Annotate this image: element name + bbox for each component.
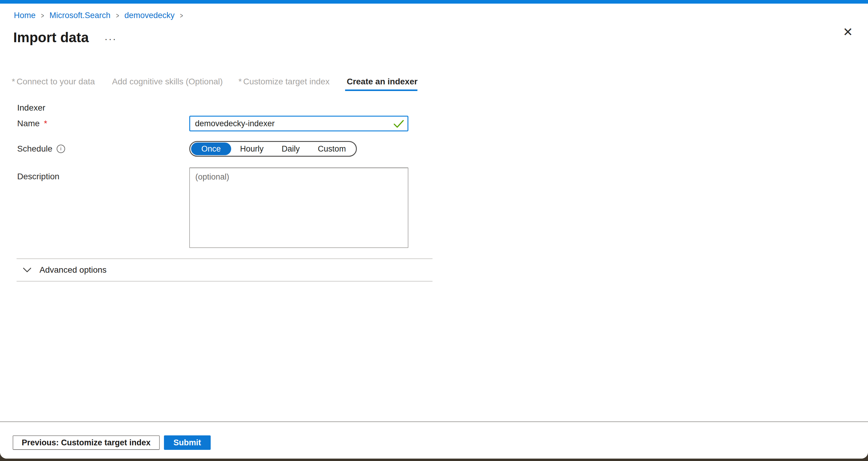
- schedule-option-once[interactable]: Once: [191, 143, 231, 155]
- name-input-wrap: [189, 116, 408, 131]
- breadcrumb-link-demovedecky[interactable]: demovedecky: [124, 11, 175, 20]
- breadcrumb-link-home[interactable]: Home: [14, 11, 36, 20]
- tab-label: Create an indexer: [347, 77, 417, 87]
- required-asterisk: *: [44, 119, 47, 128]
- previous-button[interactable]: Previous: Customize target index: [13, 435, 160, 450]
- submit-button[interactable]: Submit: [164, 435, 211, 450]
- schedule-option-custom[interactable]: Custom: [309, 143, 355, 155]
- footer: Previous: Customize target index Submit: [0, 421, 868, 459]
- import-data-panel: Home > Microsoft.Search > demovedecky > …: [0, 0, 868, 459]
- tab-bar: * Connect to your data Add cognitive ski…: [12, 77, 868, 91]
- tab-connect-to-your-data[interactable]: * Connect to your data: [12, 77, 95, 91]
- advanced-options-section: Advanced options: [17, 258, 433, 282]
- breadcrumb-separator-icon: >: [180, 11, 183, 20]
- close-icon[interactable]: ✕: [843, 26, 853, 38]
- breadcrumb-link-microsoft-search[interactable]: Microsoft.Search: [50, 11, 111, 20]
- screen: Home > Microsoft.Search > demovedecky > …: [0, 0, 868, 461]
- description-label-cell: Description: [17, 172, 189, 181]
- info-icon[interactable]: i: [57, 145, 65, 153]
- title-row: Import data ···: [13, 29, 868, 45]
- valid-check-icon: [393, 120, 404, 129]
- schedule-row: Schedule i Once Hourly Daily Custom: [0, 141, 868, 157]
- description-label: Description: [17, 172, 59, 181]
- tab-customize-target-index[interactable]: * Customize target index: [239, 77, 330, 91]
- advanced-options-label: Advanced options: [39, 265, 107, 275]
- tab-label: Customize target index: [243, 77, 330, 87]
- schedule-label-cell: Schedule i: [17, 144, 189, 154]
- required-star: *: [239, 77, 242, 87]
- schedule-option-daily[interactable]: Daily: [273, 143, 309, 155]
- tab-add-cognitive-skills[interactable]: Add cognitive skills (Optional): [111, 77, 223, 91]
- page-title: Import data: [13, 29, 89, 45]
- breadcrumb-separator-icon: >: [116, 11, 119, 20]
- description-textarea[interactable]: [189, 167, 408, 248]
- breadcrumb-separator-icon: >: [41, 11, 44, 20]
- name-label-cell: Name *: [17, 119, 189, 128]
- section-heading-indexer: Indexer: [17, 103, 868, 113]
- required-star: *: [12, 77, 15, 87]
- footer-buttons: Previous: Customize target index Submit: [13, 435, 868, 450]
- indexer-name-input[interactable]: [189, 116, 408, 131]
- chevron-down-icon: [23, 267, 32, 273]
- divider: [17, 281, 433, 282]
- name-label: Name: [17, 119, 40, 128]
- name-row: Name *: [0, 116, 868, 131]
- tab-create-an-indexer[interactable]: Create an indexer: [345, 77, 417, 91]
- top-accent-bar: [0, 0, 868, 4]
- indexer-form: Indexer Name * Schedule: [0, 103, 868, 248]
- more-menu-icon[interactable]: ···: [104, 31, 117, 44]
- tab-label: Connect to your data: [17, 77, 95, 87]
- breadcrumb: Home > Microsoft.Search > demovedecky >: [14, 11, 868, 20]
- schedule-label: Schedule: [17, 144, 53, 154]
- schedule-toggle-group: Once Hourly Daily Custom: [189, 141, 357, 157]
- description-row: Description: [0, 167, 868, 248]
- tab-label: Add cognitive skills (Optional): [112, 77, 223, 87]
- advanced-options-toggle[interactable]: Advanced options: [17, 259, 433, 281]
- schedule-option-hourly[interactable]: Hourly: [231, 143, 273, 155]
